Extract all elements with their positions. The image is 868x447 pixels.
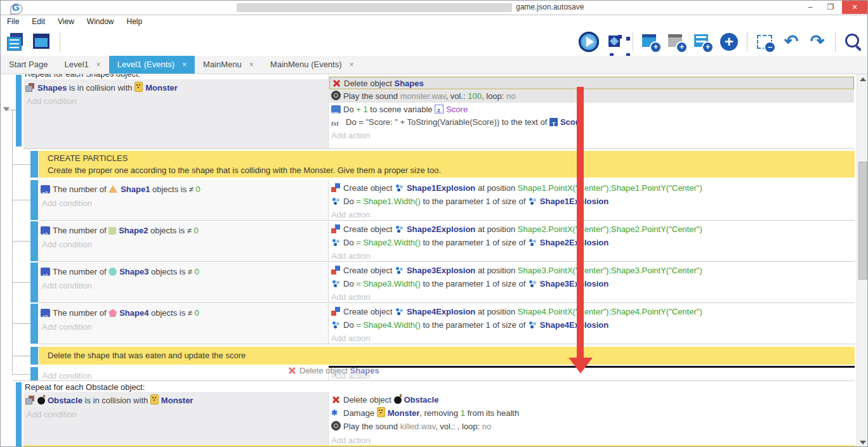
tree-branch-line <box>12 282 30 283</box>
menu-help[interactable]: Help <box>121 17 149 26</box>
add-action-link[interactable]: Add action <box>331 250 370 262</box>
action-row[interactable]: Create object Shape2Explosion at positio… <box>329 223 854 236</box>
event-text: Shape3Explosion <box>407 266 475 275</box>
action-row[interactable]: Damage Monster, removing 1 from its heal… <box>329 407 854 420</box>
debug-button[interactable] <box>605 32 625 52</box>
event-text: to the parameter 1 of size of <box>421 238 528 247</box>
event-indent-bar <box>30 367 38 380</box>
event-text: Score <box>446 105 468 114</box>
event-text: = Shape3.Width() <box>356 279 421 288</box>
redo-button[interactable]: ↷ <box>807 32 827 52</box>
add-condition-link[interactable]: Add condition <box>27 408 77 421</box>
action-row[interactable]: Create object Shape4Explosion at positio… <box>329 306 854 318</box>
monster-object-icon <box>135 82 143 92</box>
create-object-icon <box>331 307 341 316</box>
collapse-expander-icon[interactable] <box>3 107 10 112</box>
tab-close-icon[interactable]: × <box>249 56 254 74</box>
event-text: 0 <box>195 267 199 276</box>
add-condition-link[interactable]: Add condition <box>27 95 77 108</box>
event-text: is in collision with <box>82 396 150 405</box>
close-button[interactable]: ✕ <box>842 1 867 14</box>
event-text: Delete object <box>343 395 394 405</box>
add-action-link[interactable]: Add action <box>331 129 370 142</box>
add-action-link[interactable]: Add action <box>331 209 370 221</box>
maximize-button[interactable]: ❐ <box>822 1 839 14</box>
event-text: = Shape4.Width() <box>356 320 421 330</box>
event-text: 100 <box>468 91 482 101</box>
event-text: Shape1 <box>121 185 150 194</box>
object-count-icon <box>41 226 50 235</box>
undo-button[interactable]: ↶ <box>781 32 801 52</box>
tab-close-icon[interactable]: × <box>350 56 354 74</box>
event-indent-bar <box>16 382 22 447</box>
minimize-button[interactable]: – <box>801 1 819 14</box>
condition-row[interactable]: The number of Shape3 objects is ≠ 0 <box>41 266 199 278</box>
action-row[interactable]: Do + 1 to scene variable Score <box>329 103 854 116</box>
event-text: at position <box>475 183 518 193</box>
condition-row[interactable]: Obstacle is in collision with Monster <box>25 394 193 407</box>
event-text: Do <box>343 105 356 114</box>
menu-view[interactable]: View <box>51 17 81 26</box>
play-button[interactable] <box>579 32 599 52</box>
action-row[interactable]: Do = Shape4.Width() to the parameter 1 o… <box>329 319 854 332</box>
tab-level1[interactable]: Level1× <box>56 56 109 74</box>
action-row-selected[interactable]: Delete object Shapes <box>329 77 854 89</box>
scrollbar-up-arrow[interactable] <box>860 77 866 81</box>
delete-action-icon <box>331 395 341 404</box>
add-condition-link[interactable]: Add condition <box>42 197 92 210</box>
action-row[interactable]: Create object Shape3Explosion at positio… <box>329 264 854 277</box>
add-event-button[interactable] <box>641 32 661 52</box>
tab-mainmenu-events[interactable]: MainMenu (Events)× <box>262 56 362 74</box>
menu-edit[interactable]: Edit <box>25 17 51 26</box>
add-condition-link[interactable]: Add condition <box>42 238 92 251</box>
event-text: Obstacle <box>404 395 439 405</box>
add-condition-link[interactable]: Add condition <box>42 280 92 292</box>
menu-file[interactable]: File <box>1 17 25 26</box>
action-row[interactable]: Create object Shape1Explosion at positio… <box>329 182 854 195</box>
event-text: Shape3 <box>119 267 148 276</box>
event-text: Shape4Explosion <box>540 320 608 330</box>
condition-row[interactable]: The number of Shape4 objects is ≠ 0 <box>41 307 199 320</box>
particle-object-icon <box>528 197 537 205</box>
add-action-link[interactable]: Add action <box>331 332 370 345</box>
event-text: is in collision with <box>67 83 135 93</box>
scrollbar-thumb[interactable] <box>858 162 867 280</box>
add-comment-button[interactable] <box>693 32 713 52</box>
tab-level1-events[interactable]: Level1 (Events)× <box>109 56 195 74</box>
menu-window[interactable]: Window <box>81 17 121 26</box>
action-row[interactable]: Play the sound killed.wav, vol.: , loop:… <box>329 420 854 433</box>
tree-branch-line <box>12 200 30 200</box>
scrollbar-down-arrow[interactable] <box>860 441 866 444</box>
tab-close-icon[interactable]: × <box>182 56 187 74</box>
add-condition-link[interactable]: Add condition <box>42 321 92 334</box>
comment-block[interactable]: CREATE PARTICLESCreate the proper one ac… <box>39 151 855 178</box>
tab-start-page[interactable]: Start Page <box>1 56 56 74</box>
scene-editor-icon[interactable] <box>32 32 52 52</box>
condition-action-divider <box>328 221 329 261</box>
add-other-event-button[interactable] <box>719 32 739 52</box>
action-row[interactable]: Play the sound monster.wav, vol.: 100, l… <box>329 90 854 103</box>
search-button[interactable] <box>843 32 864 52</box>
action-row[interactable]: Do = Shape3.Width() to the parameter 1 o… <box>329 278 854 290</box>
project-manager-icon[interactable] <box>6 32 26 52</box>
condition-row[interactable]: The number of Shape1 objects is ≠ 0 <box>41 183 201 196</box>
damage-action-icon <box>331 408 341 417</box>
action-row[interactable]: Do = "Score: " + ToString(Variable(Score… <box>329 116 854 129</box>
condition-row[interactable]: Shapes is in collision with Monster <box>25 82 178 94</box>
delete-event-button[interactable] <box>755 32 775 52</box>
event-text: objects is ≠ <box>148 308 194 318</box>
action-row[interactable]: Do = Shape1.Width() to the parameter 1 o… <box>329 195 854 208</box>
tab-close-icon[interactable]: × <box>96 56 101 74</box>
event-text: objects is ≠ <box>148 226 194 235</box>
event-text: objects is ≠ <box>150 185 195 194</box>
add-action-link[interactable]: Add action <box>331 291 370 304</box>
event-separator <box>39 302 855 303</box>
action-row[interactable]: Do = Shape2.Width() to the parameter 1 o… <box>329 236 854 249</box>
tab-mainmenu[interactable]: MainMenu× <box>195 56 262 74</box>
comment-block[interactable]: Delete the shape that was eaten and upda… <box>39 347 855 365</box>
redacted-title-path <box>237 3 512 12</box>
event-header[interactable]: Repeat for each Obstacle object: <box>25 382 145 392</box>
condition-row[interactable]: The number of Shape2 objects is ≠ 0 <box>41 224 199 237</box>
action-row[interactable]: Delete object Obstacle <box>329 394 854 406</box>
add-subevent-button[interactable] <box>667 32 687 52</box>
